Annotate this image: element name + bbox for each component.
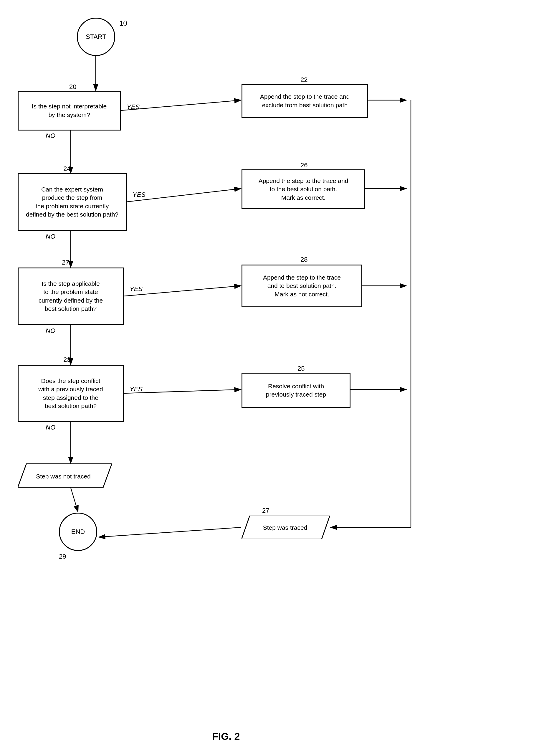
end-number: 29 xyxy=(59,553,66,560)
node-26-number: 26 xyxy=(300,161,307,169)
node-28-label: Append the step to the traceand to best … xyxy=(263,273,341,298)
node-24-number: 24 xyxy=(63,165,70,173)
yes-23: YES xyxy=(130,385,143,393)
node-22: Append the step to the trace andexclude … xyxy=(242,84,368,118)
node-26: Append the step to the trace andto the b… xyxy=(242,169,365,209)
node-22-number: 22 xyxy=(300,76,307,84)
fig-label: FIG. 2 xyxy=(212,731,240,742)
node-25: Resolve conflict withpreviously traced s… xyxy=(242,373,350,408)
node-27-top-number: 27 xyxy=(62,259,69,266)
no-24: NO xyxy=(46,233,55,240)
svg-text:Step was traced: Step was traced xyxy=(263,524,307,531)
not-traced-node: Step was not traced xyxy=(18,463,112,488)
no-27: NO xyxy=(46,327,55,335)
end-node: END xyxy=(59,513,97,551)
no-23: NO xyxy=(46,424,55,431)
node-23-label: Does the step conflictwith a previously … xyxy=(38,377,103,410)
yes-24: YES xyxy=(133,191,146,199)
node-20: Is the step not interpretableby the syst… xyxy=(18,91,121,131)
node-25-number: 25 xyxy=(297,365,304,372)
node-27-top: Is the step applicableto the problem sta… xyxy=(18,268,124,325)
yes-27: YES xyxy=(130,285,143,293)
end-label: END xyxy=(71,528,85,536)
node-24-label: Can the expert systemproduce the step fr… xyxy=(26,185,118,219)
node-24: Can the expert systemproduce the step fr… xyxy=(18,173,127,231)
node-25-label: Resolve conflict withpreviously traced s… xyxy=(266,382,326,399)
node-26-label: Append the step to the trace andto the b… xyxy=(259,177,348,202)
yes-20: YES xyxy=(127,103,140,111)
node-27-top-label: Is the step applicableto the problem sta… xyxy=(39,280,103,313)
node-23-number: 23 xyxy=(63,356,70,364)
start-number: 10 xyxy=(119,19,127,27)
svg-line-17 xyxy=(99,527,241,537)
node-28-number: 28 xyxy=(300,256,307,263)
node-20-label: Is the step not interpretableby the syst… xyxy=(32,102,107,119)
node-23: Does the step conflictwith a previously … xyxy=(18,365,124,422)
node-20-number: 20 xyxy=(69,83,76,91)
node-27-bot-number: 27 xyxy=(262,507,269,514)
start-node: START xyxy=(77,18,115,56)
no-20: NO xyxy=(46,132,55,140)
start-label: START xyxy=(86,33,106,41)
step-traced-node: Step was traced xyxy=(242,516,330,539)
svg-line-14 xyxy=(71,488,78,512)
node-22-label: Append the step to the trace andexclude … xyxy=(260,93,350,109)
flowchart-diagram: START 10 Is the step not interpretableby… xyxy=(0,0,544,756)
svg-text:Step was not traced: Step was not traced xyxy=(36,473,91,480)
node-28: Append the step to the traceand to best … xyxy=(242,265,362,307)
